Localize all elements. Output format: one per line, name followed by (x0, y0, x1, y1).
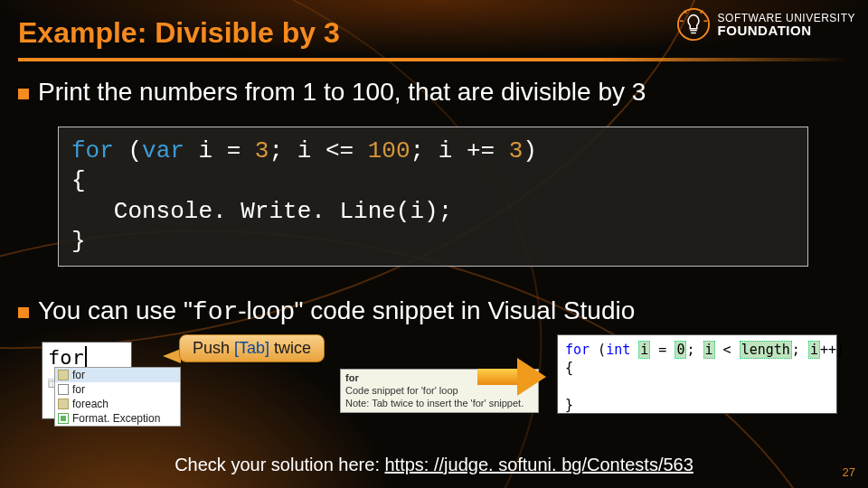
bullet-1-text: Print the numbers from 1 to 100, that ar… (38, 78, 646, 107)
solution-link[interactable]: https: //judge. softuni. bg/Contests/563 (385, 455, 693, 474)
class-icon (58, 413, 69, 424)
snippet-icon (58, 370, 69, 380)
bullet-1: Print the numbers from 1 to 100, that ar… (18, 78, 646, 107)
logo-text-2: FOUNDATION (718, 23, 855, 37)
footer: Check your solution here: https: //judge… (0, 455, 868, 475)
logo-text-1: SOFTWARE UNIVERSITY (718, 13, 855, 23)
snippet-icon (58, 399, 69, 409)
intellisense-item[interactable]: Format. Exception (55, 411, 180, 426)
bullet-2: You can use "for-loop" code snippet in V… (18, 296, 635, 326)
code-block: for (var i = 3; i <= 100; i += 3) { Cons… (58, 127, 808, 267)
intellisense-item[interactable]: for (55, 368, 180, 382)
bullet-2-text: You can use "for-loop" code snippet in V… (38, 296, 635, 326)
intellisense-popup[interactable]: for for foreach Format. Exception (54, 367, 181, 427)
intellisense-item[interactable]: foreach (55, 397, 180, 411)
bullet-icon (18, 89, 29, 99)
slide: SOFTWARE UNIVERSITY FOUNDATION Example: … (0, 0, 868, 488)
bullet-icon (18, 307, 29, 318)
editor-expanded: for (int i = 0; i < length; i++) { } (557, 334, 837, 414)
svg-point-0 (677, 9, 708, 40)
arrow-icon (477, 358, 550, 394)
brand-logo: SOFTWARE UNIVERSITY FOUNDATION (676, 7, 855, 42)
lightbulb-icon (676, 7, 711, 42)
page-number: 27 (843, 465, 855, 479)
title-underline (18, 58, 850, 61)
callout-tail (163, 349, 181, 363)
intellisense-item[interactable]: for (55, 382, 180, 397)
keyword-icon (58, 384, 69, 395)
slide-title: Example: Divisible by 3 (18, 16, 340, 50)
callout-tip: Push [Tab] twice (179, 334, 325, 362)
snippet-demo: for ◫ for for foreach Format. Exception … (42, 334, 828, 434)
